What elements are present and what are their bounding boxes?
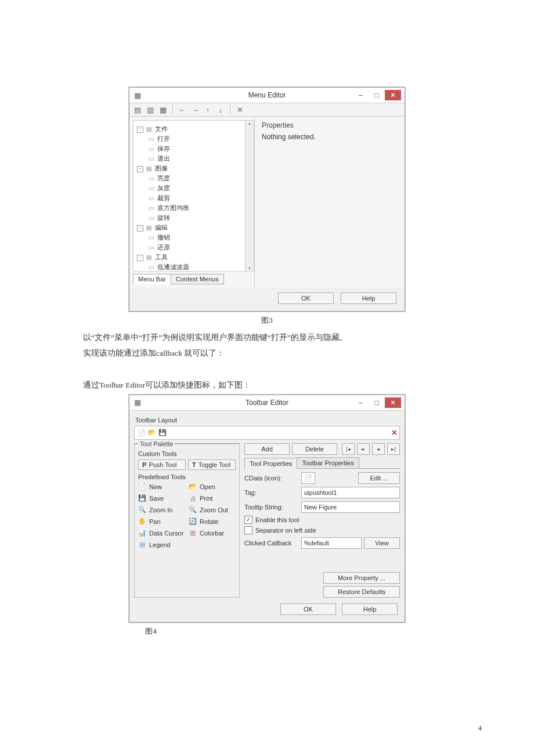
toolbar-editor-window: ▦ Toolbar Editor – □ × Toolbar Layout 📄 … — [129, 395, 405, 623]
help-button[interactable]: Help — [341, 292, 396, 304]
restore-defaults-button[interactable]: Restore Defaults — [323, 586, 400, 598]
ok-button[interactable]: OK — [278, 292, 334, 304]
cdata-label: CData (icon): — [244, 475, 301, 482]
menu-editor-toolbar: ▤ ▥ ▦ ← → ↑ ↓ ✕ — [129, 103, 405, 117]
enable-tool-checkbox[interactable]: ✓Enable this tool — [244, 516, 400, 524]
predefined-tool-data-cursor[interactable]: 📊Data Cursor — [138, 529, 185, 537]
tag-input[interactable]: uipushtool1 — [301, 487, 400, 498]
clicked-callback-input[interactable]: %default — [301, 537, 362, 549]
app-icon: ▦ — [133, 398, 142, 407]
predefined-tool-legend[interactable]: ▤Legend — [138, 541, 185, 549]
window-title: Menu Editor — [248, 91, 286, 99]
tree-menu[interactable]: -▤ 编辑▭ 撤销▭ 还原 — [137, 223, 251, 252]
tree-item[interactable]: ▭ 灰度 — [147, 183, 251, 193]
tab-menu-bar[interactable]: Menu Bar — [133, 274, 171, 284]
open-icon[interactable]: 📂 — [147, 428, 157, 437]
tool-palette: Tool Palette Custom Tools PPush Tool TTo… — [134, 443, 240, 598]
tab-context-menus[interactable]: Context Menus — [171, 274, 224, 284]
down-icon[interactable]: ↓ — [216, 105, 225, 114]
x-icon[interactable]: ✕ — [235, 105, 244, 114]
delete-icon[interactable]: ▦ — [158, 105, 168, 114]
tooltip-label: Tooltip String: — [244, 504, 301, 511]
tree-item[interactable]: ▭ 撤销 — [147, 233, 251, 243]
new-icon: 📄 — [138, 483, 146, 491]
add-button[interactable]: Add — [244, 443, 290, 455]
menu-editor-window: ▦ Menu Editor – □ × ▤ ▥ ▦ ← → ↑ ↓ ✕ — [129, 87, 405, 312]
help-button[interactable]: Help — [342, 603, 398, 615]
tag-label: Tag: — [244, 489, 301, 496]
tree-item[interactable]: ▭ 还原 — [147, 243, 251, 252]
predefined-tool-pan[interactable]: ✋Pan — [138, 518, 185, 526]
predefined-tool-zoom-in[interactable]: 🔍Zoom In — [138, 506, 185, 514]
properties-message: Nothing selected. — [262, 133, 398, 141]
tree-item[interactable]: ▭ 退出 — [147, 154, 251, 164]
right-icon[interactable]: → — [190, 105, 200, 114]
up-icon[interactable]: ↑ — [203, 105, 212, 114]
maximize-button[interactable]: □ — [369, 90, 385, 100]
close-button[interactable]: × — [385, 397, 401, 408]
move-first-icon[interactable]: |◂ — [342, 443, 355, 455]
edit-button[interactable]: Edit ... — [358, 472, 400, 484]
move-left-icon[interactable]: ◂· — [357, 443, 370, 455]
close-button[interactable]: × — [385, 90, 401, 100]
move-last-icon[interactable]: ▸| — [387, 443, 400, 455]
data-cursor-icon: 📊 — [138, 529, 146, 537]
toggle-tool-button[interactable]: TToggle Tool — [188, 460, 236, 470]
more-property-button[interactable]: More Property ... — [323, 572, 400, 584]
maximize-button[interactable]: □ — [369, 397, 385, 408]
menu-tree[interactable]: -▤ 文件▭ 打开▭ 保存▭ 退出-▤ 图像▭ 亮度▭ 灰度▭ 裁剪▭ 直方图均… — [134, 121, 254, 272]
cdata-icon: 📄 — [301, 472, 315, 484]
tree-item[interactable]: ▭ 旋转 — [147, 213, 251, 223]
palette-legend: Tool Palette — [138, 440, 175, 447]
ok-button[interactable]: OK — [280, 603, 336, 615]
tree-item[interactable]: ▭ 保存 — [147, 144, 251, 154]
tree-item[interactable]: ▭ 打开 — [147, 134, 251, 144]
tree-item[interactable]: ▭ 裁剪 — [147, 193, 251, 203]
separator-checkbox[interactable]: Separator on left side — [244, 526, 400, 534]
scroll-down-icon[interactable]: ▾ — [248, 266, 251, 271]
tab-toolbar-properties[interactable]: Toolbar Properties — [297, 457, 359, 468]
predefined-tool-new[interactable]: 📄New — [138, 483, 185, 491]
minimize-button[interactable]: – — [352, 397, 369, 408]
predefined-tool-open[interactable]: 📂Open — [189, 483, 236, 491]
view-button[interactable]: View — [364, 537, 400, 549]
tree-item[interactable]: ▭ 亮度 — [147, 173, 251, 183]
clear-toolbar-icon[interactable]: × — [392, 428, 397, 438]
new-item-icon[interactable]: ▥ — [146, 105, 155, 114]
colorbar-icon: ▥ — [189, 529, 197, 537]
new-icon[interactable]: 📄 — [137, 428, 146, 437]
left-icon[interactable]: ← — [178, 105, 187, 114]
rotate-icon: 🔄 — [189, 518, 197, 526]
pan-icon: ✋ — [138, 518, 146, 526]
push-tool-button[interactable]: PPush Tool — [138, 460, 186, 470]
tooltip-input[interactable]: New Figure — [301, 501, 400, 513]
minimize-button[interactable]: – — [352, 90, 369, 100]
scrollbar[interactable]: ▴ ▾ — [245, 121, 254, 271]
predefined-tool-zoom-out[interactable]: 🔍Zoom Out — [189, 506, 236, 514]
predefined-tool-print[interactable]: 🖨Print — [189, 494, 236, 502]
tree-item[interactable]: ▭ 直方图均衡 — [147, 203, 251, 213]
paragraph: 通过Toolbar Editor可以添加快捷图标，如下图： — [64, 379, 470, 392]
tab-tool-properties[interactable]: Tool Properties — [244, 458, 297, 469]
app-icon: ▦ — [133, 91, 142, 100]
tree-menu[interactable]: -▤ 文件▭ 打开▭ 保存▭ 退出 — [137, 124, 251, 164]
tree-menu[interactable]: -▤ 工具▭ 低通滤波器▭ 高通滤波器 — [137, 252, 251, 272]
window-title: Toolbar Editor — [246, 399, 288, 407]
paragraph: 实现该功能通过添加callback 就可以了： — [64, 347, 470, 360]
separator — [172, 105, 173, 114]
save-icon: 💾 — [138, 494, 146, 502]
move-right-icon[interactable]: ·▸ — [372, 443, 385, 455]
predefined-tool-rotate[interactable]: 🔄Rotate — [189, 518, 236, 526]
new-menu-icon[interactable]: ▤ — [133, 105, 142, 114]
delete-button[interactable]: Delete — [292, 443, 337, 455]
save-icon[interactable]: 💾 — [158, 428, 167, 437]
predefined-tool-save[interactable]: 💾Save — [138, 494, 185, 502]
open-icon: 📂 — [189, 483, 197, 491]
predefined-tool-colorbar[interactable]: ▥Colorbar — [189, 529, 236, 537]
tree-item[interactable]: ▭ 低通滤波器 — [147, 262, 251, 272]
toolbar-layout-label: Toolbar Layout — [135, 417, 399, 424]
properties-heading: Properties — [262, 121, 398, 129]
tree-menu[interactable]: -▤ 图像▭ 亮度▭ 灰度▭ 裁剪▭ 直方图均衡▭ 旋转 — [137, 164, 251, 223]
legend-icon: ▤ — [138, 541, 146, 549]
scroll-up-icon[interactable]: ▴ — [248, 121, 251, 126]
